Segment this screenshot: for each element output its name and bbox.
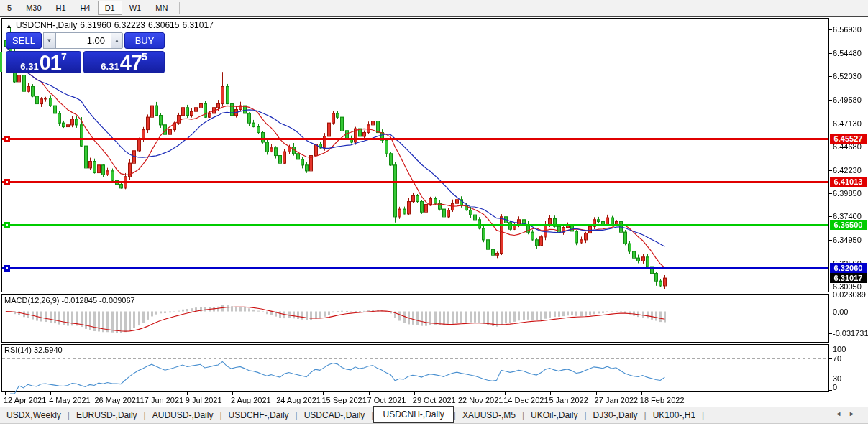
timeframe-button-5[interactable]: 5: [0, 1, 19, 15]
price-tick-label: 6.39850: [833, 189, 862, 198]
price-tick-label: 6.54480: [833, 49, 862, 57]
horizontal-line-price-tag[interactable]: 6.41013: [830, 177, 867, 187]
timeframe-button-h1[interactable]: H1: [49, 1, 73, 15]
collapse-chart-icon[interactable]: ▲: [6, 22, 12, 29]
price-tick-label: 6.44680: [833, 142, 862, 151]
chart-symbol-title: USDCNH-,Daily: [16, 20, 77, 30]
rsi-tick-label: 70: [833, 354, 841, 363]
horizontal-line-price-tag[interactable]: 6.32060: [830, 263, 867, 273]
sell-button[interactable]: SELL: [6, 32, 42, 49]
buy-price-pip-digit: 5: [142, 52, 147, 61]
date-tick-label: 4 May 2021: [49, 396, 90, 404]
macd-tick-label: 0.023089: [833, 290, 866, 299]
rsi-tick-label: 0: [833, 383, 837, 391]
chart-tab-ukoil-daily[interactable]: UKOil-,Daily: [524, 409, 584, 422]
timeframe-button-d1[interactable]: D1: [98, 1, 122, 15]
buy-price-prefix: 6.31: [101, 61, 119, 72]
date-tick-label: 14 Dec 2021: [503, 396, 548, 404]
tab-scroll-arrows: ◄►: [835, 410, 862, 417]
date-tick-label: 27 Jan 2022: [595, 396, 639, 404]
date-tick-label: 2 Aug 2021: [231, 396, 271, 404]
date-tick-label: 22 Nov 2021: [458, 396, 503, 404]
tab-separator: |: [702, 410, 704, 420]
volume-input[interactable]: [55, 32, 111, 49]
caret-down-icon: ▼: [47, 37, 52, 44]
macd-tick-label: 0.00: [833, 307, 848, 316]
sell-price-display[interactable]: 6.31 01 7: [6, 51, 81, 73]
buy-button[interactable]: BUY: [124, 32, 165, 49]
price-tick-label: 6.34950: [833, 236, 862, 244]
ohlc-high: 6.32223: [114, 20, 145, 30]
rsi-tick-label: 100: [833, 345, 846, 353]
horizontal-line-price-tag[interactable]: 6.36500: [830, 220, 867, 230]
date-tick-label: 9 Jul 2021: [186, 396, 222, 404]
timeframe-button-h4[interactable]: H4: [73, 1, 98, 15]
sell-price-prefix: 6.31: [20, 61, 38, 72]
date-tick-label: 29 Oct 2021: [413, 396, 456, 404]
price-tick-label: 6.42230: [833, 166, 862, 175]
sell-price-big-digits: 01: [40, 53, 61, 72]
date-tick-label: 12 Apr 2021: [4, 396, 46, 404]
current-price-tag[interactable]: 6.31017: [830, 273, 867, 283]
volume-decrease-button[interactable]: ▼: [43, 32, 55, 49]
buy-price-display[interactable]: 6.31 47 5: [83, 51, 165, 73]
horizontal-line-price-tag[interactable]: 6.45527: [830, 134, 867, 144]
chart-tab-xauusd-m5[interactable]: XAUUSD-,M5: [456, 409, 522, 422]
one-click-trading-panel: SELL ▼ ▲ BUY 6.31 01 7 6.31 47 5: [6, 32, 165, 73]
timeframe-button-mn[interactable]: MN: [148, 1, 175, 15]
chart-tab-eurusd-daily[interactable]: EURUSD-,Daily: [70, 409, 144, 422]
price-tick-label: 6.49580: [833, 96, 862, 104]
chart-tab-uk100-h1[interactable]: UK100-,H1: [647, 409, 702, 422]
chart-tab-usdchf-daily[interactable]: USDCHF-,Daily: [222, 409, 296, 422]
buy-price-big-digits: 47: [120, 53, 142, 72]
chart-tab-usdcnh-daily[interactable]: USDCNH-,Daily: [373, 406, 453, 423]
timeframe-toolbar: 5M30H1H4D1W1MN: [0, 0, 868, 16]
chart-tab-usdx-weekly[interactable]: USDX,Weekly: [0, 409, 68, 422]
tab-scroll-left-icon[interactable]: ◄: [835, 410, 849, 417]
chart-tab-audusd-daily[interactable]: AUDUSD-,Daily: [146, 409, 220, 422]
price-tick-label: 6.52030: [833, 72, 862, 80]
rsi-indicator-label: RSI(14) 32.5940: [4, 346, 63, 354]
chart-tab-usdcad-daily[interactable]: USDCAD-,Daily: [298, 409, 372, 422]
volume-increase-button[interactable]: ▲: [111, 32, 123, 49]
chart-header[interactable]: ▲USDCNH-,Daily6.319606.322236.306156.310…: [6, 20, 216, 30]
chart-tab-bar: USDX,Weekly|EURUSD-,Daily|AUDUSD-,Daily|…: [0, 407, 868, 423]
sell-price-pip-digit: 7: [61, 52, 67, 61]
date-tick-label: 5 Jan 2022: [549, 396, 588, 404]
tab-scroll-right-icon[interactable]: ►: [849, 410, 862, 417]
date-tick-label: 7 Oct 2021: [367, 396, 406, 404]
ohlc-low: 6.30615: [148, 20, 179, 30]
date-tick-label: 24 Aug 2021: [276, 396, 321, 404]
date-tick-label: 26 May 2021: [94, 396, 140, 404]
macd-tick-label: -0.031731: [833, 329, 868, 338]
timeframe-button-w1[interactable]: W1: [122, 1, 149, 15]
price-tick-label: 6.56930: [833, 25, 862, 34]
date-tick-label: 17 Jun 2021: [140, 396, 184, 404]
date-tick-label: 18 Feb 2022: [640, 396, 685, 404]
chart-tab-dj30-daily[interactable]: DJ30-,Daily: [587, 409, 644, 422]
price-tick-label: 6.47130: [833, 119, 862, 128]
date-tick-label: 15 Sep 2021: [321, 396, 366, 404]
macd-indicator-label: MACD(12,26,9) -0.012845 -0.009067: [4, 296, 135, 305]
chart-tabs: USDX,Weekly|EURUSD-,Daily|AUDUSD-,Daily|…: [0, 407, 704, 423]
ohlc-close: 6.31017: [182, 20, 213, 30]
rsi-tick-label: 30: [833, 374, 841, 383]
toolbar-separator: [179, 2, 180, 14]
caret-up-icon: ▲: [114, 37, 120, 44]
timeframe-button-m30[interactable]: M30: [19, 1, 48, 15]
ohlc-open: 6.31960: [80, 20, 111, 30]
